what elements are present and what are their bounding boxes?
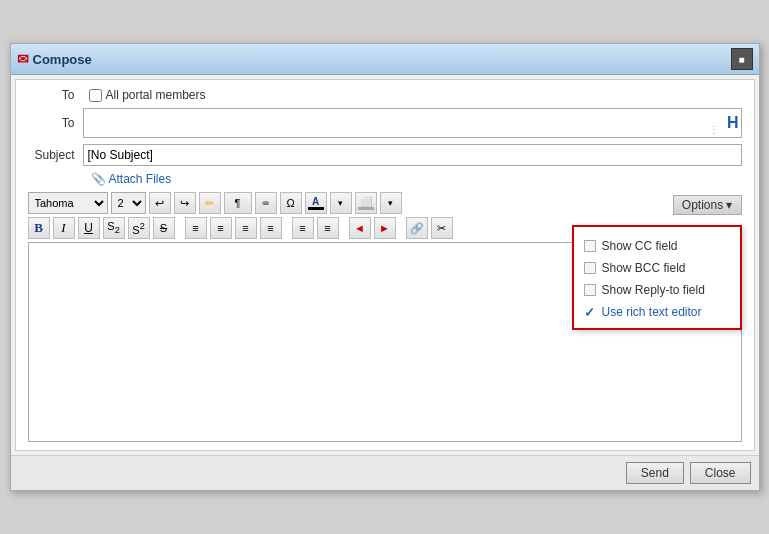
close-icon: ■ (738, 54, 744, 65)
align-justify-icon: ≡ (267, 222, 273, 234)
show-reply-checkbox[interactable] (584, 284, 596, 296)
underline-icon: U (84, 221, 93, 235)
window-title: Compose (33, 52, 92, 67)
attach-row: 📎 Attach Files (28, 172, 742, 186)
superscript-icon: S2 (132, 221, 144, 236)
send-button[interactable]: Send (626, 462, 684, 484)
bold-icon: B (34, 220, 43, 236)
redo-button[interactable]: ↪ (174, 192, 196, 214)
undo-button[interactable]: ↩ (149, 192, 171, 214)
underline-button[interactable]: U (78, 217, 100, 239)
paragraph-button[interactable]: ¶ (224, 192, 252, 214)
align-right-icon: ≡ (242, 222, 248, 234)
font-color-dropdown[interactable]: ▾ (330, 192, 352, 214)
footer: Send Close (11, 455, 759, 490)
titlebar: ✉ Compose ■ (11, 44, 759, 75)
font-size-select[interactable]: 1 2 3 4 (111, 192, 146, 214)
strikethrough-icon: S (160, 222, 167, 234)
to-input-row: To ⋮ H (28, 108, 742, 138)
options-button[interactable]: Options ▾ (673, 195, 742, 215)
close-button[interactable]: Close (690, 462, 751, 484)
more-button[interactable]: ▾ (380, 192, 402, 214)
all-portal-members-text: All portal members (106, 88, 206, 102)
checkmark-icon: ✓ (584, 305, 596, 320)
italic-icon: I (61, 220, 65, 236)
strikethrough-button[interactable]: S (153, 217, 175, 239)
list-ordered-button[interactable]: ≡ (317, 217, 339, 239)
code-button[interactable]: ⌨ (255, 192, 277, 214)
indent-increase-button[interactable]: ► (374, 217, 396, 239)
compose-content: To All portal members To ⋮ H Subject 📎 (15, 79, 755, 451)
align-justify-button[interactable]: ≡ (260, 217, 282, 239)
show-bcc-checkbox[interactable] (584, 262, 596, 274)
align-left-icon: ≡ (192, 222, 198, 234)
toolbar-row1: Tahoma Arial Verdana 1 2 3 4 ↩ ↪ ✏ ¶ (28, 192, 402, 214)
options-label: Options ▾ (682, 198, 733, 212)
dropdown-item-show-reply[interactable]: Show Reply-to field (574, 279, 740, 301)
superscript-button[interactable]: S2 (128, 217, 150, 239)
dropdown-item-show-cc[interactable]: Show CC field (574, 235, 740, 257)
align-center-button[interactable]: ≡ (210, 217, 232, 239)
subscript-icon: S2 (107, 220, 119, 235)
align-left-button[interactable]: ≡ (185, 217, 207, 239)
paperclip-icon: 📎 (91, 172, 106, 186)
options-area: Options ▾ Show CC field Show (673, 195, 742, 215)
font-family-select[interactable]: Tahoma Arial Verdana (28, 192, 108, 214)
attach-files-label: Attach Files (109, 172, 172, 186)
bg-color-button[interactable]: ⬜ (355, 192, 377, 214)
compose-window: ✉ Compose ■ To All portal members To ⋮ H (10, 43, 760, 491)
window-icon: ✉ (17, 51, 29, 67)
italic-button[interactable]: I (53, 217, 75, 239)
all-portal-members-checkbox[interactable] (89, 89, 102, 102)
list-unordered-button[interactable]: ≡ (292, 217, 314, 239)
align-right-button[interactable]: ≡ (235, 217, 257, 239)
to-input-wrapper: ⋮ H (83, 108, 742, 138)
list-ol-icon: ≡ (324, 222, 330, 234)
to-all-label: To (28, 88, 83, 102)
to-all-row: To All portal members (28, 88, 742, 102)
show-reply-label: Show Reply-to field (602, 283, 705, 297)
bold-button[interactable]: B (28, 217, 50, 239)
options-dropdown: Show CC field Show BCC field Show Reply-… (572, 225, 742, 330)
list-ul-icon: ≡ (299, 222, 305, 234)
insert-image-button[interactable]: ✂ (431, 217, 453, 239)
addressbook-icon[interactable]: H (727, 114, 739, 132)
rich-text-label: Use rich text editor (602, 305, 702, 319)
show-cc-label: Show CC field (602, 239, 678, 253)
eraser-button[interactable]: ✏ (199, 192, 221, 214)
dropdown-item-show-bcc[interactable]: Show BCC field (574, 257, 740, 279)
dropdown-item-rich-text[interactable]: ✓ Use rich text editor (574, 301, 740, 324)
align-center-icon: ≡ (217, 222, 223, 234)
show-bcc-label: Show BCC field (602, 261, 686, 275)
subject-label: Subject (28, 148, 83, 162)
toolbar-container: Tahoma Arial Verdana 1 2 3 4 ↩ ↪ ✏ ¶ (28, 192, 742, 239)
insert-special-button[interactable]: Ω (280, 192, 302, 214)
indent-decrease-button[interactable]: ◄ (349, 217, 371, 239)
window-close-button[interactable]: ■ (731, 48, 753, 70)
subject-input[interactable] (83, 144, 742, 166)
to-input[interactable] (84, 109, 741, 137)
subject-row: Subject (28, 144, 742, 166)
toolbar-top: Tahoma Arial Verdana 1 2 3 4 ↩ ↪ ✏ ¶ (28, 192, 742, 217)
to-label: To (28, 116, 83, 130)
insert-link-button[interactable]: 🔗 (406, 217, 428, 239)
subscript-button[interactable]: S2 (103, 217, 125, 239)
resize-icon: ⋮ (709, 124, 719, 135)
titlebar-left: ✉ Compose (17, 51, 92, 67)
show-cc-checkbox[interactable] (584, 240, 596, 252)
attach-files-link[interactable]: 📎 Attach Files (91, 172, 172, 186)
font-color-button[interactable]: A (305, 192, 327, 214)
all-portal-members-label[interactable]: All portal members (89, 88, 206, 102)
